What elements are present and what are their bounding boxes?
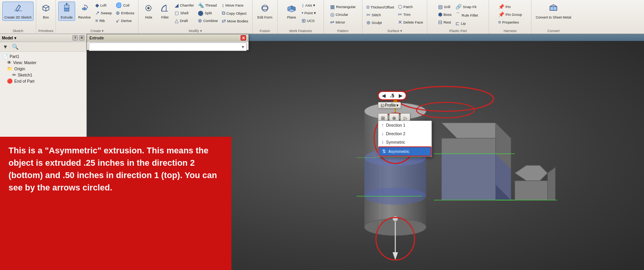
- part1-icon: 📄: [2, 54, 8, 59]
- properties-button[interactable]: ≡Properties: [497, 19, 524, 26]
- direction1-item[interactable]: ↑ Direction 1: [378, 121, 432, 129]
- view-master-icon: 👁: [7, 60, 12, 65]
- sweep-label: Sweep: [101, 11, 112, 15]
- thread-label: Thread: [205, 3, 217, 7]
- copy-object-icon: ⧉: [222, 10, 225, 16]
- trim-button[interactable]: ✂Trim: [396, 11, 425, 18]
- surface-small1: ⧈Thicken/Offset ✂Stitch ⊛Sculpt: [365, 3, 396, 26]
- mirror-button[interactable]: ⇌Mirror: [329, 19, 357, 26]
- value-decrease-btn[interactable]: ◀: [381, 93, 386, 98]
- rest-button[interactable]: ⊟Rest: [437, 19, 453, 26]
- grill-button[interactable]: ▤Grill: [437, 3, 453, 10]
- symmetric-label: Symmetric: [386, 140, 405, 144]
- pattern-small: ▦Rectangular ◎Circular ⇌Mirror: [329, 3, 357, 26]
- tree-item-view-master[interactable]: 👁 View: Master: [2, 59, 85, 66]
- toolbar-group-primitives: Box Primitives: [36, 0, 56, 34]
- rib-icon: ≡: [95, 18, 98, 24]
- box-button[interactable]: Box: [39, 2, 53, 21]
- panel-close-btn[interactable]: ✕: [79, 35, 84, 41]
- circular-button[interactable]: ◎Circular: [329, 11, 357, 18]
- rib-label: Rib: [99, 19, 105, 23]
- chamfer-button[interactable]: ◢Chamfer: [173, 2, 195, 9]
- patch-button[interactable]: ⬡Patch: [396, 3, 425, 10]
- svg-marker-16: [262, 7, 268, 10]
- fillet-button[interactable]: Fillet: [157, 2, 172, 21]
- rectangular-button[interactable]: ▦Rectangular: [329, 3, 357, 10]
- copy-object-button[interactable]: ⧉Copy Object: [220, 9, 250, 17]
- split-button[interactable]: ⬤Split: [196, 9, 219, 17]
- coil-label: Coil: [123, 3, 129, 7]
- pin-group-button[interactable]: 📌Pin Group: [497, 11, 524, 18]
- point-button[interactable]: •Point ▾: [300, 9, 317, 17]
- asymmetric-item[interactable]: ⇅ Asymmetric: [378, 146, 432, 156]
- loft-button[interactable]: ◆Loft: [94, 2, 113, 9]
- toolbar-group-plastic: ▤Grill ⬢Boss ⊟Rest 🔗Snap Fit ⌒Rule Fille…: [427, 0, 489, 34]
- snap-fit-button[interactable]: 🔗Snap Fit: [454, 3, 479, 10]
- end-of-part-icon: 🔴: [7, 78, 13, 84]
- panel-search-btn[interactable]: 🔍: [11, 43, 20, 51]
- end-of-part-label: End of Part: [14, 79, 35, 83]
- thread-button[interactable]: 🔩Thread: [196, 2, 219, 9]
- draft-button[interactable]: △Draft: [173, 17, 195, 24]
- create-2d-sketch-button[interactable]: Create 2D Sketch: [2, 2, 34, 21]
- hole-button[interactable]: Hole: [141, 2, 156, 21]
- hole-label: Hole: [145, 15, 152, 20]
- ucs-button[interactable]: ⊞UCS: [300, 17, 317, 24]
- rule-fillet-button[interactable]: ⌒Rule Fillet: [454, 11, 479, 19]
- toolbar-group-create: Extrude Revolve ◆Loft ↗Sweep ≡Rib 🌀Coil …: [56, 0, 138, 34]
- direction2-item[interactable]: ↓ Direction 2: [378, 129, 432, 138]
- profile-btn-inner[interactable]: ◱ Profile ▾: [378, 102, 401, 109]
- coil-button[interactable]: 🌀Coil: [114, 2, 136, 9]
- delete-face-icon: ✕: [398, 19, 402, 25]
- revolve-button[interactable]: Revolve: [76, 2, 93, 21]
- emboss-button[interactable]: ⊕Emboss: [114, 9, 136, 17]
- panel-filter-btn[interactable]: ▼: [2, 43, 9, 51]
- extrude-dialog-titlebar[interactable]: Extrude ✕: [87, 34, 248, 42]
- create-small-group2: 🌀Coil ⊕Emboss ↙Derive: [114, 2, 136, 24]
- sweep-button[interactable]: ↗Sweep: [94, 9, 113, 17]
- toolbar-group-harness: 📌Pin 📌Pin Group ≡Properties Harness: [489, 0, 531, 34]
- boss-button[interactable]: ⬢Boss: [437, 11, 453, 18]
- modify-group-label: Modify ▾: [189, 29, 202, 33]
- lip-button[interactable]: ⊏Lip: [454, 20, 479, 27]
- move-face-button[interactable]: ↕Move Face: [220, 2, 250, 9]
- shell-icon: ◻: [175, 10, 179, 16]
- extrude-type-dropdown[interactable]: ▼: [89, 42, 247, 51]
- extrude-button[interactable]: Extrude: [58, 2, 75, 21]
- pin-button[interactable]: 📌Pin: [497, 3, 524, 10]
- panel-help-btn[interactable]: ?: [72, 35, 78, 41]
- shell-button[interactable]: ◻Shell: [173, 9, 195, 17]
- derive-label: Derive: [121, 19, 131, 23]
- tree-item-origin[interactable]: 📁 Origin: [2, 66, 85, 72]
- sculpt-label: Sculpt: [372, 20, 382, 25]
- tree-item-end-of-part[interactable]: 🔴 End of Part: [2, 78, 85, 84]
- stitch-button[interactable]: ✂Stitch: [365, 11, 396, 19]
- split-icon: ⬤: [198, 10, 204, 16]
- sweep-icon: ↗: [95, 10, 99, 16]
- extrude-dialog-close[interactable]: ✕: [241, 35, 246, 41]
- combine-button[interactable]: ⊕Combine: [196, 17, 219, 24]
- delete-face-button[interactable]: ✕Delete Face: [396, 19, 425, 26]
- plastic-small2: 🔗Snap Fit ⌒Rule Fillet ⊏Lip: [454, 3, 479, 27]
- thicken-offset-button[interactable]: ⧈Thicken/Offset: [365, 3, 396, 11]
- value-increase-btn[interactable]: ▶: [398, 93, 403, 98]
- rule-fillet-label: Rule Fillet: [462, 13, 478, 17]
- symmetric-item[interactable]: ↕ Symmetric: [378, 138, 432, 146]
- edit-form-button[interactable]: Edit Form: [255, 2, 275, 21]
- grill-icon: ▤: [438, 4, 443, 10]
- tree-item-sketch1[interactable]: ✏ Sketch1: [2, 72, 85, 78]
- profile-dropdown-btn[interactable]: ◱ Profile ▾: [378, 102, 401, 109]
- plane-button[interactable]: Plane: [284, 2, 299, 21]
- snap-fit-label: Snap Fit: [463, 5, 476, 9]
- combine-label: Combine: [203, 19, 218, 23]
- move-bodies-button[interactable]: ⇄Move Bodies: [220, 17, 250, 25]
- fillet-icon: [159, 3, 170, 15]
- convert-sheet-metal-button[interactable]: Convert to Sheet Metal: [534, 2, 573, 21]
- sculpt-button[interactable]: ⊛Sculpt: [365, 19, 396, 26]
- boss-icon: ⬢: [438, 12, 442, 17]
- tree-item-part1[interactable]: 📄 Part1: [2, 53, 85, 59]
- rib-button[interactable]: ≡Rib: [94, 17, 113, 24]
- axis-button[interactable]: ↕Axis ▾: [300, 2, 317, 9]
- grill-label: Grill: [444, 5, 450, 9]
- derive-button[interactable]: ↙Derive: [114, 17, 136, 24]
